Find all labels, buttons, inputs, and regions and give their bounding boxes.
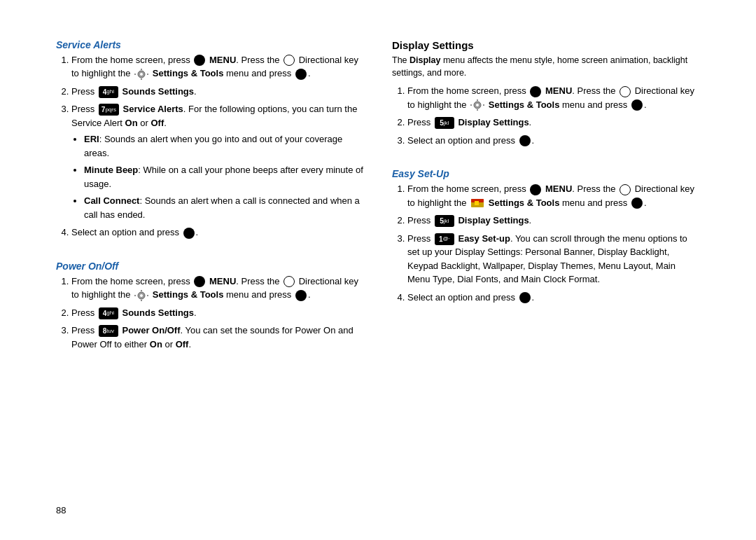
list-item: Press 4ghi Sounds Settings. bbox=[71, 306, 364, 320]
list-item: Select an option and press . bbox=[407, 134, 700, 148]
directional-key-4 bbox=[620, 184, 631, 195]
flag-icon bbox=[470, 198, 484, 209]
ok-key-2 bbox=[183, 228, 195, 239]
svg-point-7 bbox=[140, 294, 143, 297]
key-8tuv: 8tuv bbox=[99, 325, 118, 337]
list-item: Press 7pqrs Service Alerts. For the foll… bbox=[71, 102, 364, 221]
right-column: Display Settings The Display menu affect… bbox=[392, 39, 700, 501]
section-title-display: Display Settings bbox=[392, 39, 700, 51]
list-item: ERI: Sounds an alert when you go into an… bbox=[84, 132, 364, 160]
list-item: Press 8tuv Power On/Off. You can set the… bbox=[71, 324, 364, 351]
list-item: Minute Beep: While on a call your phone … bbox=[84, 163, 364, 191]
key-1at: 1@· bbox=[435, 233, 454, 245]
list-item: Select an option and press . bbox=[71, 226, 364, 240]
service-alerts-list: From the home screen, press MENU. Press … bbox=[56, 53, 364, 240]
ok-key-4 bbox=[631, 99, 643, 111]
ok-key-5 bbox=[519, 135, 531, 146]
ok-key-7 bbox=[519, 292, 531, 303]
list-item: From the home screen, press MENU. Press … bbox=[71, 53, 364, 81]
display-settings-list: From the home screen, press MENU. Press … bbox=[392, 84, 700, 147]
left-column: Service Alerts From the home screen, pre… bbox=[56, 39, 364, 501]
section-title-service-alerts: Service Alerts bbox=[56, 39, 364, 50]
key-5jkl-2: 5jkl bbox=[435, 215, 454, 227]
menu-key bbox=[194, 55, 205, 66]
svg-point-1 bbox=[140, 73, 143, 76]
list-item: Press 5jkl Display Settings. bbox=[407, 214, 700, 228]
section-title-easy-setup: Easy Set-Up bbox=[392, 168, 700, 179]
ok-key-3 bbox=[295, 290, 307, 301]
svg-rect-20 bbox=[475, 201, 479, 205]
svg-point-13 bbox=[476, 104, 479, 106]
easy-setup-list: From the home screen, press MENU. Press … bbox=[392, 182, 700, 304]
list-item: Select an option and press . bbox=[407, 291, 700, 305]
directional-key-3 bbox=[620, 86, 631, 97]
section-power-onoff: Power On/Off From the home screen, press… bbox=[56, 261, 364, 356]
display-description: The Display menu affects the menu style,… bbox=[392, 54, 700, 81]
ok-key-6 bbox=[631, 198, 643, 209]
list-item: Press 1@· Easy Set-up. You can scroll th… bbox=[407, 232, 700, 286]
service-alerts-bullets: ERI: Sounds an alert when you go into an… bbox=[71, 132, 364, 221]
key-4ghi-2: 4ghi bbox=[99, 307, 118, 319]
directional-key-2 bbox=[284, 276, 295, 287]
section-service-alerts: Service Alerts From the home screen, pre… bbox=[56, 39, 364, 244]
section-display-settings: Display Settings The Display menu affect… bbox=[392, 39, 700, 152]
key-5jkl: 5jkl bbox=[435, 117, 454, 129]
page: Service Alerts From the home screen, pre… bbox=[42, 18, 714, 522]
power-onoff-list: From the home screen, press MENU. Press … bbox=[56, 275, 364, 352]
list-item: Press 5jkl Display Settings. bbox=[407, 116, 700, 130]
settings-tools-icon-2 bbox=[134, 290, 148, 301]
list-item: From the home screen, press MENU. Press … bbox=[71, 275, 364, 302]
list-item: Press 4ghi Sounds Settings. bbox=[71, 85, 364, 99]
menu-key-5 bbox=[530, 184, 541, 195]
list-item: Call Connect: Sounds an alert when a cal… bbox=[84, 194, 364, 221]
key-7pqrs: 7pqrs bbox=[99, 104, 119, 116]
list-item: From the home screen, press MENU. Press … bbox=[407, 84, 700, 111]
menu-key-4 bbox=[530, 86, 541, 97]
key-4ghi: 4ghi bbox=[99, 86, 118, 98]
page-number: 88 bbox=[56, 505, 66, 515]
list-item: From the home screen, press MENU. Press … bbox=[407, 182, 700, 209]
ok-key bbox=[295, 69, 307, 80]
settings-tools-icon-3 bbox=[470, 99, 484, 111]
section-easy-setup: Easy Set-Up From the home screen, press … bbox=[392, 168, 700, 308]
section-title-power: Power On/Off bbox=[56, 261, 364, 272]
directional-key bbox=[284, 55, 295, 66]
settings-tools-icon bbox=[134, 69, 148, 80]
menu-key-3 bbox=[194, 276, 205, 287]
